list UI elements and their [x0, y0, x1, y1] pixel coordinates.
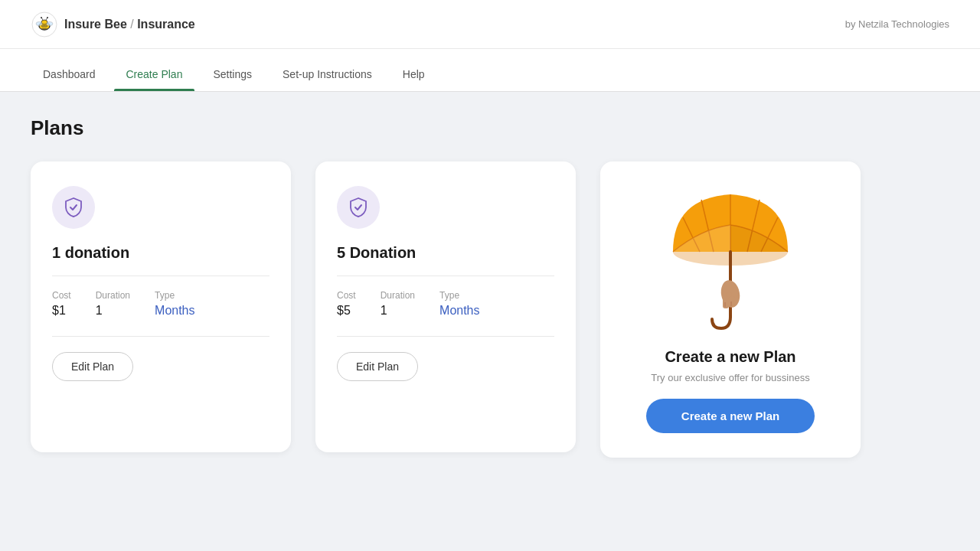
plan-2-cost: Cost $5	[337, 290, 356, 318]
plan-1-divider	[52, 276, 270, 276]
umbrella-illustration	[662, 183, 799, 336]
new-plan-subtitle: Try our exclusive offer for bussiness	[651, 372, 809, 383]
create-new-plan-button[interactable]: Create a new Plan	[646, 399, 815, 433]
navigation: Dashboard Create Plan Settings Set-up In…	[0, 49, 980, 92]
plan-2-divider-bottom	[337, 336, 554, 337]
plan-1-details: Cost $1 Duration 1 Type Months	[52, 290, 270, 318]
svg-point-6	[36, 21, 42, 25]
cards-container: 1 donation Cost $1 Duration 1 Type Month…	[31, 161, 949, 458]
plan-2-details: Cost $5 Duration 1 Type Months	[337, 290, 554, 318]
edit-plan-1-button[interactable]: Edit Plan	[52, 352, 133, 381]
header: Insure Bee / Insurance by Netzila Techno…	[0, 0, 980, 49]
plan-card-1: 1 donation Cost $1 Duration 1 Type Month…	[31, 161, 291, 452]
plan-1-cost-label: Cost	[52, 290, 71, 301]
plan-1-divider-bottom	[52, 336, 270, 337]
brand-area: Insure Bee / Insurance	[31, 11, 195, 38]
plan-2-name: 5 Donation	[337, 244, 554, 262]
plan-2-divider	[337, 276, 554, 276]
plan-1-duration: Duration 1	[96, 290, 130, 318]
nav-settings[interactable]: Settings	[201, 68, 264, 91]
plan-card-2: 5 Donation Cost $5 Duration 1 Type Month…	[315, 161, 576, 452]
shield-icon-2	[348, 197, 368, 218]
main-content: Plans 1 donation Cost $1 Duration 1	[0, 92, 980, 482]
plan-1-cost-value: $1	[52, 304, 71, 318]
shield-icon-wrapper-1	[52, 186, 95, 229]
shield-icon-1	[64, 197, 83, 218]
new-plan-title: Create a new Plan	[665, 348, 795, 366]
plan-2-cost-value: $5	[337, 304, 356, 318]
plan-1-cost: Cost $1	[52, 290, 71, 318]
edit-plan-2-button[interactable]: Edit Plan	[337, 352, 418, 381]
svg-point-9	[41, 17, 42, 18]
shield-icon-wrapper-2	[337, 186, 380, 229]
nav-create-plan[interactable]: Create Plan	[114, 68, 195, 91]
plan-1-type-label: Type	[155, 290, 194, 301]
plan-1-duration-value: 1	[96, 304, 130, 318]
bee-logo-icon	[31, 11, 58, 38]
header-title: Insure Bee / Insurance	[64, 18, 195, 31]
svg-point-7	[47, 21, 53, 25]
svg-rect-22	[726, 292, 732, 297]
plan-2-type-label: Type	[439, 290, 479, 301]
plan-2-type-value: Months	[439, 304, 479, 318]
plan-2-duration: Duration 1	[381, 290, 415, 318]
plan-1-duration-label: Duration	[96, 290, 130, 301]
plan-2-type: Type Months	[439, 290, 479, 318]
nav-setup-instructions[interactable]: Set-up Instructions	[270, 68, 384, 91]
svg-rect-21	[729, 296, 735, 307]
nav-dashboard[interactable]: Dashboard	[31, 68, 108, 91]
plan-1-type: Type Months	[155, 290, 194, 318]
page-title: Plans	[31, 116, 949, 140]
nav-help[interactable]: Help	[390, 68, 437, 91]
plan-2-cost-label: Cost	[337, 290, 356, 301]
svg-point-11	[47, 17, 48, 18]
plan-1-name: 1 donation	[52, 244, 270, 262]
plan-1-type-value: Months	[155, 304, 194, 318]
plan-2-duration-label: Duration	[381, 290, 415, 301]
header-tagline: by Netzila Technologies	[845, 18, 949, 30]
svg-rect-20	[723, 298, 729, 308]
new-plan-card: Create a new Plan Try our exclusive offe…	[600, 161, 861, 458]
plan-2-duration-value: 1	[381, 304, 415, 318]
